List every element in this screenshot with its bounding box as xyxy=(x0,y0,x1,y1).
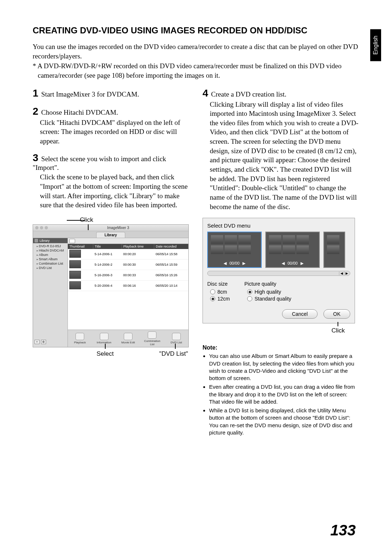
step-lead: Start ImageMixer 3 for DVDCAM. xyxy=(41,90,139,98)
radio-12cm[interactable]: 12cm xyxy=(210,296,230,302)
thumbnail-icon xyxy=(69,281,81,289)
note-item: You can also use Album or Smart Album to… xyxy=(209,352,359,382)
step-number: 1 xyxy=(33,87,38,99)
sidebar-item[interactable]: DVD-R DJ-8SJ xyxy=(37,244,67,248)
step-1: 1 Start ImageMixer 3 for DVDCAM. xyxy=(33,87,189,99)
menu-preview[interactable] xyxy=(323,232,345,268)
callout-select: Select xyxy=(97,350,114,358)
intro-paragraph: You can use the images recorded on the D… xyxy=(33,42,359,61)
add-button[interactable]: + xyxy=(34,340,40,344)
dvd-menu-dialog: Select DVD menu ◀00/00▶ ◀00/00▶ ◀▶ xyxy=(203,218,355,323)
disc-icon xyxy=(172,333,181,340)
info-icon xyxy=(100,333,109,340)
disc-size-label: Disc size xyxy=(207,281,230,287)
disc-size-group: Disc size 8cm 12cm xyxy=(207,281,230,303)
playback-button[interactable]: Playback xyxy=(70,333,90,344)
prev-icon: ◀ xyxy=(224,261,226,266)
library-screenshot: Click ImageMixer 3 Library Library DVD-R xyxy=(33,216,189,358)
menu-preview[interactable]: ◀00/00▶ xyxy=(207,232,262,268)
next-icon: ▶ xyxy=(301,261,303,266)
table-row[interactable]: 5-14-2006-100:00:2006/05/14 15:58 xyxy=(68,249,188,260)
note-item: Even after creating a DVD list, you can … xyxy=(209,383,359,405)
scroll-left-icon[interactable]: ◀ xyxy=(339,272,344,275)
window-titlebar: ImageMixer 3 xyxy=(33,225,188,231)
note-item: While a DVD list is being displayed, cli… xyxy=(209,407,359,436)
library-icon xyxy=(34,239,38,242)
page-title: CREATING DVD-VIDEO USING IMAGES RECORDED… xyxy=(33,25,359,36)
scroll-right-icon[interactable]: ▶ xyxy=(344,272,349,275)
table-row[interactable]: 5-14-2006-200:00:3006/05/14 15:59 xyxy=(68,260,188,270)
radio-icon xyxy=(210,289,215,294)
tab-library[interactable]: Library xyxy=(96,232,125,238)
thumbnail-icon xyxy=(69,271,81,279)
radio-icon xyxy=(247,296,252,301)
prev-icon: ◀ xyxy=(282,261,285,266)
radio-8cm[interactable]: 8cm xyxy=(210,289,230,295)
step-2: 2 Choose Hitachi DVDCAM. Click "Hitachi … xyxy=(33,106,189,146)
left-column: 1 Start ImageMixer 3 for DVDCAM. 2 Choos… xyxy=(33,87,189,438)
language-tab: English xyxy=(370,29,381,61)
view-mode-icon[interactable] xyxy=(69,239,75,243)
bottom-toolbar: Playback Information Movie Edit Combinat… xyxy=(68,330,188,347)
picture-quality-group: Picture quality High quality Standard qu… xyxy=(244,281,291,303)
step-body: Click "Hitachi DVDCAM" displayed on the … xyxy=(40,118,189,146)
dvd-list-button[interactable]: DVD List xyxy=(166,333,187,344)
step-3: 3 Select the scene you wish to import an… xyxy=(33,152,189,210)
sidebar-item[interactable]: Album xyxy=(37,253,67,257)
step-body: Clicking Library will display a list of … xyxy=(210,100,359,212)
table-row[interactable]: 5-20-2006-400:06:1606/05/20 10:14 xyxy=(68,281,188,291)
movie-edit-button[interactable]: Movie Edit xyxy=(118,333,138,344)
combination-list-button[interactable]: Combination List xyxy=(142,331,162,346)
information-button[interactable]: Information xyxy=(94,333,114,344)
intro-footnote: * A DVD-RW/DVD-R/+RW recorded on this DV… xyxy=(33,61,359,80)
right-column: 4 Create a DVD creation list. Clicking L… xyxy=(203,87,359,438)
menu-preview[interactable]: ◀00/00▶ xyxy=(265,232,320,268)
note-block: Note: You can also use Album or Smart Al… xyxy=(203,344,359,436)
col-thumbnail[interactable]: Thumbnail xyxy=(68,244,93,249)
table-row[interactable]: 5-16-2006-300:00:3306/05/16 15:26 xyxy=(68,270,188,281)
sidebar-section-header[interactable]: Library xyxy=(33,238,68,243)
sidebar-item[interactable]: Smart Album xyxy=(37,257,67,261)
callout-click: Click xyxy=(80,216,189,224)
radio-high-quality[interactable]: High quality xyxy=(247,289,291,295)
thumbnail-icon xyxy=(69,250,81,258)
next-icon: ▶ xyxy=(242,261,245,266)
callout-dvdlist: "DVD List" xyxy=(159,350,188,358)
gear-icon[interactable]: ✲ xyxy=(41,340,46,344)
scissors-icon xyxy=(124,333,132,340)
radio-standard-quality[interactable]: Standard quality xyxy=(247,296,291,302)
dialog-header: Select DVD menu xyxy=(207,223,350,229)
cancel-button[interactable]: Cancel xyxy=(282,309,318,319)
col-playback-time[interactable]: Playback time xyxy=(122,244,154,249)
callout-click: Click xyxy=(203,327,345,334)
step-lead: Choose Hitachi DVDCAM. xyxy=(41,109,118,116)
picture-quality-label: Picture quality xyxy=(244,281,291,287)
step-lead: Select the scene you wish to import and … xyxy=(33,155,166,171)
list-icon xyxy=(148,331,156,339)
library-main: Thumbnail Title Playback time Date recor… xyxy=(68,238,188,347)
window-title: ImageMixer 3 xyxy=(48,226,188,230)
menu-previews: ◀00/00▶ ◀00/00▶ xyxy=(207,232,350,268)
radio-icon xyxy=(247,289,252,294)
manual-page: English CREATING DVD-VIDEO USING IMAGES … xyxy=(0,0,392,555)
col-date-recorded[interactable]: Date recorded xyxy=(154,244,188,249)
sidebar-item[interactable]: Hitachi DVDCAM xyxy=(37,248,67,253)
page-number: 133 xyxy=(330,522,356,539)
sidebar-item[interactable]: Combination List xyxy=(37,261,67,266)
ok-button[interactable]: OK xyxy=(323,309,350,319)
library-table: Thumbnail Title Playback time Date recor… xyxy=(68,244,188,291)
radio-icon xyxy=(210,296,215,301)
sidebar: Library DVD-R DJ-8SJ Hitachi DVDCAM Albu… xyxy=(33,238,68,347)
step-lead: Create a DVD creation list. xyxy=(211,90,286,98)
traffic-lights-icon[interactable] xyxy=(33,226,48,229)
step-number: 2 xyxy=(33,106,38,117)
step-number: 4 xyxy=(203,87,208,99)
step-body: Click the scene to be played back, and t… xyxy=(40,172,189,210)
play-icon xyxy=(75,333,84,340)
tab-bar: Library xyxy=(33,231,188,238)
horizontal-scrollbar[interactable]: ◀▶ xyxy=(207,271,350,276)
step-4: 4 Create a DVD creation list. Clicking L… xyxy=(203,87,359,212)
col-title[interactable]: Title xyxy=(93,244,122,249)
sidebar-item[interactable]: DVD List xyxy=(37,266,67,270)
intro-block: You can use the images recorded on the D… xyxy=(33,42,359,80)
